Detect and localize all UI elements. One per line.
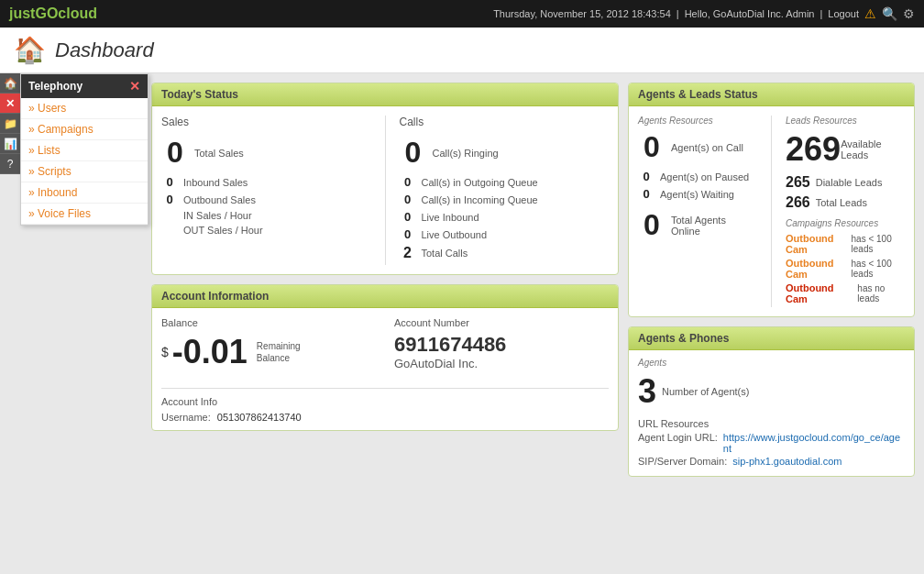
campaign1-status: has < 100 leads: [852, 234, 905, 254]
sidebar-title: Telephony: [28, 80, 82, 93]
logout-link[interactable]: Logout: [828, 8, 859, 19]
total-leads-num: 266: [786, 194, 810, 211]
company-name: GoAutoDial Inc.: [394, 357, 609, 370]
search-icon[interactable]: 🔍: [882, 6, 897, 21]
todays-status-panel: Today's Status Sales 0 Total Sales 0 Inb…: [151, 83, 619, 275]
sip-domain-row: SIP/Server Domain: sip-phx1.goautodial.c…: [638, 456, 905, 467]
live-outbound-row: 0 Live Outbound: [400, 227, 610, 241]
calls-ringing-num: 0: [400, 136, 427, 170]
right-column: Agents & Leads Status Agents Resources 0…: [628, 83, 915, 565]
username-value: 051307862413740: [217, 412, 302, 423]
todays-status-header: Today's Status: [152, 83, 618, 106]
sales-label: Sales: [161, 116, 371, 128]
agent-login-url[interactable]: https://www.justgocloud.com/go_ce/agent: [723, 432, 905, 454]
sales-section: Sales 0 Total Sales 0 Inbound Sales 0 Ou…: [161, 116, 386, 265]
header: justGOcloud Thursday, November 15, 2012 …: [0, 0, 924, 28]
calls-ringing-label: Call(s) Ringing: [433, 148, 499, 159]
account-number-label: Account Number: [394, 317, 609, 328]
campaign3-item: Outbound Cam has no leads: [786, 282, 905, 304]
sidebar-item-lists[interactable]: » Lists: [21, 140, 148, 161]
sidebar-item-campaigns[interactable]: » Campaigns: [21, 119, 148, 140]
sidebar-item-scripts[interactable]: » Scripts: [21, 161, 148, 182]
account-info-body: Balance $ -0.01 RemainingBalance Account…: [152, 308, 618, 381]
account-info-footer: Account Info Username: 051307862413740: [152, 388, 618, 430]
total-agents-num: 0: [638, 208, 666, 242]
agents-on-call-row: 0 Agent(s) on Call: [638, 130, 757, 164]
sidebar-close-button[interactable]: ✕: [129, 79, 140, 94]
agents-on-paused-num: 0: [638, 170, 654, 183]
agents-on-call-label: Agent(s) on Call: [671, 142, 743, 153]
sidebar-header: Telephony ✕: [21, 74, 148, 98]
dialable-leads-row: 265 Dialable Leads: [786, 174, 905, 191]
nav-chart[interactable]: 📊: [0, 134, 20, 154]
calls-section: Calls 0 Call(s) Ringing 0 Call(s) in Out…: [386, 116, 610, 265]
main-content: 🏠 ✕ 📁 📊 ? Telephony ✕ » Users » Campaign…: [0, 73, 924, 574]
balance-section: Balance $ -0.01 RemainingBalance: [161, 317, 376, 371]
nav-folder[interactable]: 📁: [0, 114, 20, 134]
agents-on-paused-row: 0 Agent(s) on Paused: [638, 170, 757, 183]
nav-home[interactable]: 🏠: [0, 73, 20, 94]
agents-waiting-num: 0: [638, 187, 654, 201]
home-icon[interactable]: 🏠: [14, 35, 46, 65]
balance-row: $ -0.01 RemainingBalance: [161, 333, 376, 371]
calls-outgoing-label: Call(s) in Outgoing Queue: [422, 177, 538, 188]
nav-close[interactable]: ✕: [0, 94, 20, 114]
total-agents-label: Total Agents Online: [671, 215, 757, 237]
gear-icon[interactable]: ⚙: [903, 6, 915, 21]
available-leads-label: Available Leads: [841, 138, 905, 160]
sidebar-item-voice-files[interactable]: » Voice Files: [21, 204, 148, 225]
agents-phones-panel: Agents & Phones Agents 3 Number of Agent…: [628, 326, 915, 477]
calls-incoming-row: 0 Call(s) in Incoming Queue: [400, 193, 610, 206]
nav-help[interactable]: ?: [0, 154, 20, 174]
outbound-sales-num: 0: [161, 193, 178, 206]
live-inbound-label: Live Inbound: [422, 212, 479, 223]
live-inbound-row: 0 Live Inbound: [400, 210, 610, 224]
agent-login-url-label: Agent Login URL:: [638, 432, 718, 443]
total-sales-label: Total Sales: [194, 148, 244, 159]
outbound-sales-label: Outbound Sales: [183, 194, 256, 205]
calls-label: Calls: [400, 116, 610, 128]
inbound-sales-num: 0: [161, 175, 178, 189]
sip-domain-label: SIP/Server Domain:: [638, 456, 727, 467]
agents-resources-section: Agents Resources 0 Agent(s) on Call 0 Ag…: [638, 116, 772, 307]
inbound-sales-label: Inbound Sales: [183, 177, 248, 188]
agents-leads-panel: Agents & Leads Status Agents Resources 0…: [628, 83, 915, 317]
outbound-sales-row: 0 Outbound Sales: [161, 193, 371, 206]
calls-outgoing-num: 0: [400, 175, 416, 189]
agents-waiting-row: 0 Agent(s) Waiting: [638, 187, 757, 201]
logo-cloud: cloud: [58, 6, 97, 21]
account-number-value: 6911674486: [394, 333, 609, 357]
live-outbound-num: 0: [400, 227, 416, 241]
sidebar-item-inbound[interactable]: » Inbound: [21, 182, 148, 204]
calls-incoming-label: Call(s) in Incoming Queue: [422, 194, 538, 205]
agents-leads-header: Agents & Leads Status: [629, 83, 914, 106]
total-agents-row: 0 Total Agents Online: [638, 208, 757, 242]
divider: [161, 388, 609, 389]
url-resources-section: URL Resources Agent Login URL: https://w…: [638, 418, 905, 467]
dollar-sign: $: [161, 345, 169, 359]
header-separator: |: [676, 8, 679, 19]
in-sales-hour-label: IN Sales / Hour: [183, 210, 252, 221]
warning-icon: ⚠: [864, 6, 876, 21]
agents-phones-num-row: 3 Number of Agent(s): [638, 372, 905, 411]
total-sales-row: 0 Total Sales: [161, 136, 371, 170]
account-number-section: Account Number 6911674486 GoAutoDial Inc…: [394, 317, 609, 371]
dialable-leads-num: 265: [786, 174, 810, 191]
dialable-leads-label: Dialable Leads: [816, 177, 883, 188]
out-sales-hour-row: OUT Sales / Hour: [161, 225, 371, 236]
inbound-sales-row: 0 Inbound Sales: [161, 175, 371, 189]
sidebar-item-users[interactable]: » Users: [21, 98, 148, 119]
in-sales-hour-row: IN Sales / Hour: [161, 210, 371, 221]
campaigns-resources-block: Campaigns Resources Outbound Cam has < 1…: [786, 218, 905, 304]
campaign2-status: has < 100 leads: [852, 259, 905, 279]
agents-phones-body: Agents 3 Number of Agent(s) URL Resource…: [629, 350, 914, 476]
remaining-balance-label: RemainingBalance: [257, 340, 301, 364]
calls-incoming-num: 0: [400, 193, 416, 206]
calls-ringing-row: 0 Call(s) Ringing: [400, 136, 610, 170]
total-calls-num: 2: [400, 245, 416, 261]
left-nav: 🏠 ✕ 📁 📊 ?: [0, 73, 20, 174]
campaign3-name: Outbound Cam: [786, 282, 852, 304]
available-leads-num: 269: [786, 130, 835, 169]
total-leads-row: 266 Total Leads: [786, 194, 905, 211]
username-label: Username:: [161, 412, 211, 423]
